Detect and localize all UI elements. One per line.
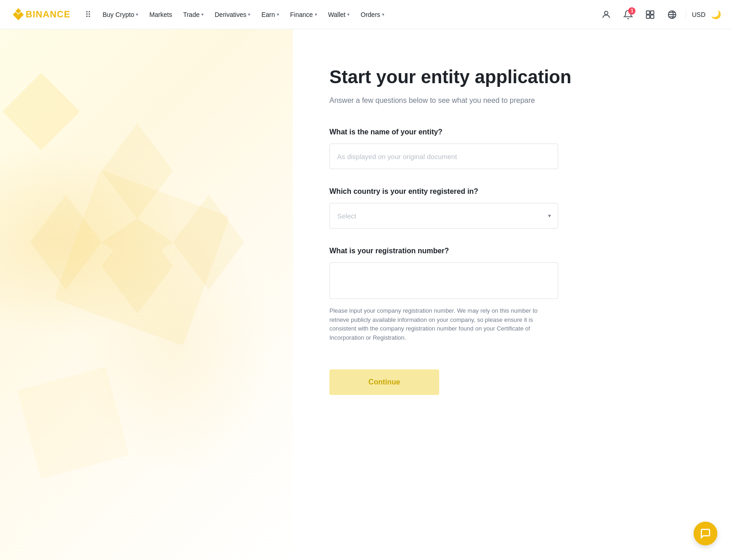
registration-number-section: What is your registration number? Please… — [329, 247, 558, 342]
entity-name-label: What is the name of your entity? — [329, 128, 558, 136]
registration-hint: Please input your company registration n… — [329, 306, 558, 342]
svg-rect-8 — [646, 15, 650, 18]
continue-button[interactable]: Continue — [329, 369, 439, 395]
registration-number-input[interactable] — [329, 262, 558, 299]
currency-selector[interactable]: USD — [692, 11, 705, 18]
nav-items: Buy Crypto ▾ Markets Trade ▾ Derivatives… — [98, 7, 598, 22]
transfer-icon[interactable] — [642, 6, 658, 23]
svg-rect-6 — [646, 11, 650, 14]
binance-logo[interactable]: BINANCE — [11, 7, 70, 22]
country-select-wrapper: Select ▾ — [329, 203, 558, 229]
nav-wallet[interactable]: Wallet ▾ — [323, 7, 354, 22]
registration-number-label: What is your registration number? — [329, 247, 558, 255]
nav-trade[interactable]: Trade ▾ — [178, 7, 208, 22]
chevron-down-icon: ▾ — [136, 12, 138, 17]
nav-derivatives[interactable]: Derivatives ▾ — [210, 7, 255, 22]
chevron-down-icon: ▾ — [248, 12, 250, 17]
main-layout: Start your entity application Answer a f… — [0, 29, 732, 560]
dark-mode-toggle[interactable]: 🌙 — [711, 10, 721, 20]
nav-divider — [686, 10, 686, 19]
nav-finance[interactable]: Finance ▾ — [285, 7, 322, 22]
chevron-down-icon: ▾ — [347, 12, 350, 17]
chevron-down-icon: ▾ — [382, 12, 384, 17]
svg-marker-14 — [173, 195, 244, 290]
chevron-down-icon: ▾ — [315, 12, 317, 17]
country-label: Which country is your entity registered … — [329, 187, 558, 196]
notification-icon[interactable]: 1 — [620, 6, 636, 23]
right-panel: Start your entity application Answer a f… — [293, 29, 732, 560]
svg-marker-12 — [30, 195, 102, 290]
nav-buy-crypto[interactable]: Buy Crypto ▾ — [98, 7, 143, 22]
svg-marker-11 — [102, 123, 173, 219]
grid-icon[interactable]: ⠿ — [80, 6, 96, 23]
profile-icon[interactable] — [598, 6, 614, 23]
page-title: Start your entity application — [329, 66, 705, 88]
chat-fab[interactable] — [694, 522, 717, 545]
page-subtitle: Answer a few questions below to see what… — [329, 95, 705, 106]
chevron-down-icon: ▾ — [277, 12, 279, 17]
shape-3 — [17, 367, 129, 479]
svg-rect-9 — [651, 15, 654, 18]
entity-name-input[interactable] — [329, 144, 558, 169]
notification-badge: 1 — [628, 7, 635, 15]
decorative-shapes — [0, 29, 293, 560]
svg-rect-7 — [651, 11, 654, 14]
nav-right: 1 USD 🌙 — [598, 6, 721, 23]
country-section: Which country is your entity registered … — [329, 187, 558, 229]
nav-markets[interactable]: Markets — [145, 7, 177, 22]
globe-icon[interactable] — [664, 6, 680, 23]
svg-point-5 — [605, 11, 608, 14]
chevron-down-icon: ▾ — [201, 12, 204, 17]
logo-text: BINANCE — [26, 9, 70, 20]
nav-orders[interactable]: Orders ▾ — [356, 7, 389, 22]
navbar: BINANCE ⠿ Buy Crypto ▾ Markets Trade ▾ D… — [0, 0, 732, 29]
nav-earn[interactable]: Earn ▾ — [257, 7, 284, 22]
entity-name-section: What is the name of your entity? — [329, 128, 558, 169]
left-panel — [0, 29, 293, 560]
country-select[interactable]: Select — [329, 203, 558, 229]
